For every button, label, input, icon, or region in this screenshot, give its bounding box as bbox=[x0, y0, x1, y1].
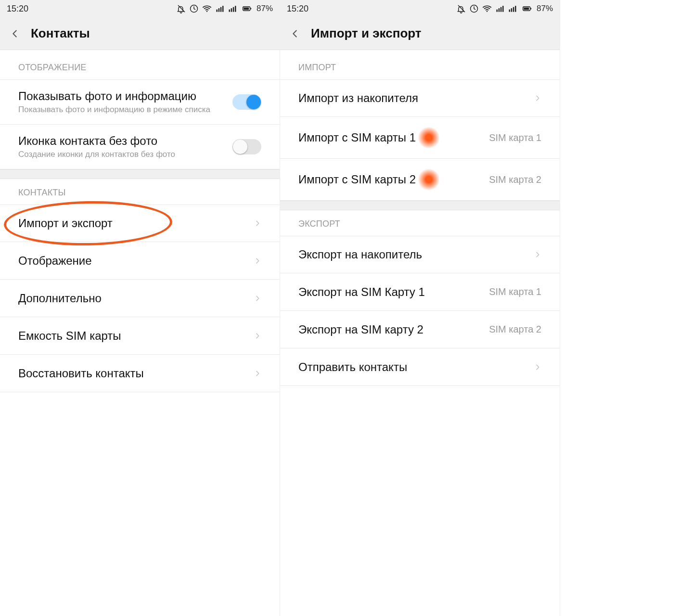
chevron-right-icon bbox=[254, 370, 261, 377]
battery-percent: 87% bbox=[257, 4, 273, 13]
mute-icon bbox=[177, 4, 186, 13]
row-label: Дополнительно bbox=[18, 292, 254, 305]
wifi-icon bbox=[202, 3, 212, 14]
wifi-icon bbox=[482, 3, 492, 14]
chevron-right-icon bbox=[534, 94, 541, 102]
row-additional[interactable]: Дополнительно bbox=[0, 280, 280, 317]
row-import-storage[interactable]: Импорт из накопителя bbox=[280, 79, 560, 117]
row-label: Показывать фото и информацию bbox=[18, 90, 232, 103]
row-contact-icon-no-photo[interactable]: Иконка контакта без фото Создание иконки… bbox=[0, 125, 280, 169]
row-label: Емкость SIM карты bbox=[18, 329, 254, 343]
row-export-sim2[interactable]: Экспорт на SIM карту 2 SIM карта 2 bbox=[280, 311, 560, 348]
row-restore-contacts[interactable]: Восстановить контакты bbox=[0, 355, 280, 392]
alarm-icon bbox=[469, 4, 479, 13]
row-sim-capacity[interactable]: Емкость SIM карты bbox=[0, 317, 280, 355]
row-value: SIM карта 1 bbox=[489, 286, 541, 297]
row-import-sim1[interactable]: Импорт с SIM карты 1 SIM карта 1 bbox=[280, 117, 560, 159]
status-time: 15:20 bbox=[7, 4, 28, 14]
section-display: ОТОБРАЖЕНИЕ bbox=[0, 50, 280, 79]
row-label: Отправить контакты bbox=[298, 360, 534, 374]
row-import-sim2[interactable]: Импорт с SIM карты 2 SIM карта 2 bbox=[280, 159, 560, 201]
titlebar: Контакты bbox=[0, 17, 280, 50]
status-icons: 87% bbox=[457, 3, 553, 14]
chevron-right-icon bbox=[534, 251, 541, 258]
row-label: Импорт с SIM карты 1 bbox=[298, 131, 416, 144]
row-sub: Создание иконки для контактов без фото bbox=[18, 150, 232, 159]
row-label: Иконка контакта без фото bbox=[18, 134, 232, 148]
row-export-sim1[interactable]: Экспорт на SIM Карту 1 SIM карта 1 bbox=[280, 273, 560, 311]
row-sub: Показывать фото и информацию в режиме сп… bbox=[18, 105, 232, 115]
chevron-right-icon bbox=[254, 332, 261, 340]
battery-percent: 87% bbox=[537, 4, 553, 13]
row-label: Восстановить контакты bbox=[18, 367, 254, 380]
section-gap bbox=[280, 201, 560, 210]
chevron-right-icon bbox=[254, 295, 261, 302]
chevron-right-icon bbox=[254, 257, 261, 265]
signal-1-icon bbox=[215, 4, 225, 13]
chevron-right-icon bbox=[254, 219, 261, 227]
alarm-icon bbox=[189, 4, 199, 13]
status-time: 15:20 bbox=[287, 4, 308, 14]
page-title: Импорт и экспорт bbox=[311, 26, 422, 41]
battery-icon bbox=[520, 4, 534, 13]
status-bar: 15:20 87% bbox=[0, 0, 280, 17]
row-label: Импорт с SIM карты 2 bbox=[298, 173, 416, 186]
section-contacts: КОНТАКТЫ bbox=[0, 179, 280, 205]
status-bar: 15:20 87% bbox=[280, 0, 560, 17]
row-display[interactable]: Отображение bbox=[0, 242, 280, 280]
signal-2-icon bbox=[228, 4, 237, 13]
row-label: Отображение bbox=[18, 254, 254, 268]
row-import-export[interactable]: Импорт и экспорт bbox=[0, 205, 280, 242]
titlebar: Импорт и экспорт bbox=[280, 17, 560, 50]
signal-2-icon bbox=[508, 4, 517, 13]
row-label: Импорт из накопителя bbox=[298, 91, 534, 105]
back-icon[interactable] bbox=[10, 28, 20, 39]
row-label: Экспорт на накопитель bbox=[298, 248, 534, 261]
back-icon[interactable] bbox=[290, 28, 300, 39]
section-gap bbox=[0, 169, 280, 179]
row-label: Экспорт на SIM карту 2 bbox=[298, 323, 489, 336]
status-icons: 87% bbox=[177, 3, 273, 14]
section-import: ИМПОРТ bbox=[280, 50, 560, 79]
row-export-storage[interactable]: Экспорт на накопитель bbox=[280, 236, 560, 273]
highlight-dot bbox=[418, 168, 440, 191]
chevron-right-icon bbox=[534, 363, 541, 371]
row-value: SIM карта 1 bbox=[489, 132, 541, 143]
row-label: Импорт и экспорт bbox=[18, 217, 254, 230]
phone-right: 15:20 87% Импорт и экспорт ИМПОРТ Импорт… bbox=[280, 0, 560, 616]
highlight-dot bbox=[418, 127, 440, 149]
row-show-photo-info[interactable]: Показывать фото и информацию Показывать … bbox=[0, 79, 280, 125]
battery-icon bbox=[240, 4, 254, 13]
page-title: Контакты bbox=[31, 26, 90, 41]
row-label: Экспорт на SIM Карту 1 bbox=[298, 285, 489, 299]
row-value: SIM карта 2 bbox=[489, 174, 541, 185]
toggle-contact-icon[interactable] bbox=[232, 139, 261, 154]
section-export: ЭКСПОРТ bbox=[280, 210, 560, 236]
phone-left: 15:20 87% Контакты ОТОБРАЖЕНИЕ Показыват… bbox=[0, 0, 280, 616]
row-value: SIM карта 2 bbox=[489, 324, 541, 335]
signal-1-icon bbox=[495, 4, 505, 13]
row-send-contacts[interactable]: Отправить контакты bbox=[280, 348, 560, 386]
toggle-show-photo[interactable] bbox=[232, 94, 261, 110]
mute-icon bbox=[457, 4, 466, 13]
